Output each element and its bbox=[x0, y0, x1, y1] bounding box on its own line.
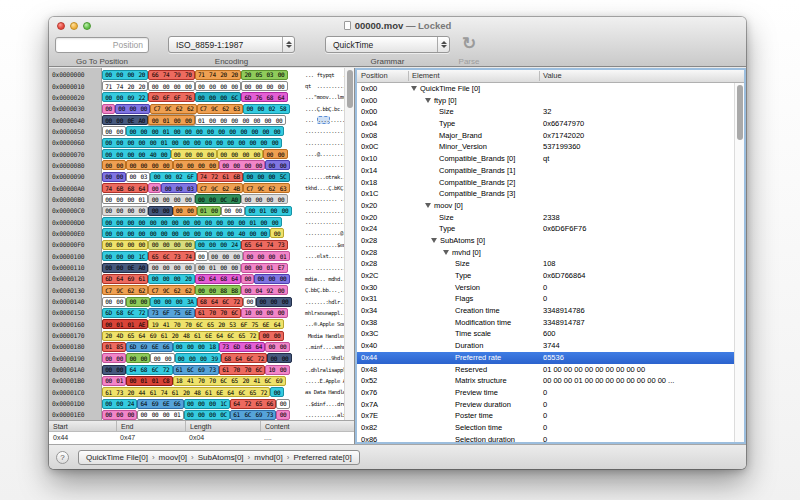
hex-byte[interactable]: 00 bbox=[242, 162, 253, 169]
hex-byte[interactable]: 72 bbox=[242, 400, 253, 407]
hex-byte[interactable]: 00 bbox=[103, 400, 114, 407]
hex-byte[interactable]: 00 bbox=[172, 117, 183, 124]
hex-byte[interactable]: 00 bbox=[242, 287, 253, 294]
hex-byte[interactable]: 72 bbox=[247, 332, 258, 339]
hex-byte[interactable]: 00 bbox=[114, 366, 125, 373]
hex-byte[interactable]: 75 bbox=[172, 309, 183, 316]
hex-byte[interactable]: 62 bbox=[183, 287, 194, 294]
hex-byte[interactable]: 62 bbox=[172, 287, 183, 294]
hex-byte[interactable]: 00 bbox=[266, 173, 277, 180]
hex-byte[interactable]: 61 bbox=[158, 332, 169, 339]
hex-byte[interactable]: 00 bbox=[253, 309, 264, 316]
hex-byte[interactable]: 00 bbox=[114, 71, 125, 78]
hex-byte-group[interactable]: 0000 bbox=[173, 206, 197, 216]
hex-byte[interactable]: 00 bbox=[207, 117, 218, 124]
hex-byte[interactable]: 00 bbox=[151, 298, 162, 305]
hex-byte[interactable]: 00 bbox=[242, 83, 253, 90]
hex-byte[interactable]: 62 bbox=[136, 287, 147, 294]
hex-byte-group[interactable]: 00000039 bbox=[175, 353, 221, 363]
hex-byte[interactable]: 00 bbox=[247, 230, 258, 237]
hex-byte[interactable]: 00 bbox=[251, 151, 262, 158]
hex-byte[interactable]: 00 bbox=[183, 117, 194, 124]
hex-byte[interactable]: 73 bbox=[149, 309, 160, 316]
hex-byte[interactable]: 00 bbox=[103, 71, 114, 78]
hex-byte[interactable]: 00 bbox=[240, 151, 251, 158]
hex-byte[interactable]: 00 bbox=[214, 219, 225, 226]
hex-byte[interactable]: 00 bbox=[255, 275, 266, 282]
breadcrumb-item[interactable]: SubAtoms[0] bbox=[198, 451, 244, 464]
hex-byte-group[interactable]: C79C624B bbox=[197, 183, 243, 193]
hex-byte[interactable]: 88 bbox=[218, 287, 229, 294]
hex-byte[interactable]: 00 bbox=[103, 196, 114, 203]
tree-row[interactable]: 0x00QuickTime File [0] bbox=[357, 83, 734, 95]
hex-byte[interactable]: 6E bbox=[183, 309, 194, 316]
hex-byte[interactable]: 6C bbox=[185, 366, 196, 373]
hex-byte[interactable]: 00 bbox=[114, 139, 125, 146]
hex-byte-group[interactable]: 000000000000000000000000400000 bbox=[102, 228, 270, 238]
hex-byte[interactable]: 00 bbox=[229, 151, 240, 158]
hex-byte-group[interactable]: 71742020 bbox=[195, 70, 241, 80]
hex-byte[interactable]: 00 bbox=[160, 83, 171, 90]
hex-byte[interactable]: 00 bbox=[220, 253, 231, 260]
tree-scrollbar[interactable] bbox=[734, 83, 744, 442]
hex-byte-group[interactable]: 0000001C bbox=[102, 251, 148, 261]
hex-byte[interactable]: 6B bbox=[114, 185, 125, 192]
hex-byte[interactable]: 20 bbox=[216, 321, 227, 328]
hex-byte[interactable]: 00 bbox=[229, 83, 240, 90]
hex-byte[interactable]: 00 bbox=[147, 219, 158, 226]
tree-row[interactable]: 0x34Creation time3348914786 bbox=[357, 305, 734, 317]
hex-byte[interactable]: 74 bbox=[264, 241, 275, 248]
hex-byte[interactable]: 68 bbox=[114, 309, 125, 316]
hex-byte[interactable]: 00 bbox=[275, 71, 286, 78]
hex-byte[interactable]: 76 bbox=[183, 94, 194, 101]
hex-byte[interactable]: 65 bbox=[236, 332, 247, 339]
hex-byte[interactable]: 6D bbox=[103, 309, 114, 316]
hex-byte[interactable]: 00 bbox=[222, 207, 233, 214]
hex-byte[interactable]: 00 bbox=[181, 219, 192, 226]
hex-byte-group[interactable]: 194170706C6520536F756E64 bbox=[148, 319, 283, 329]
hex-byte[interactable]: 00 bbox=[198, 355, 209, 362]
tree-row[interactable]: 0x1CCompatible_Brands [3] bbox=[357, 188, 734, 200]
hex-byte[interactable]: 00 bbox=[125, 411, 136, 418]
hex-byte[interactable]: 64 bbox=[229, 275, 240, 282]
hex-byte[interactable]: 00 bbox=[277, 411, 288, 418]
hex-byte-group[interactable]: 184170706C6520416C69 bbox=[173, 376, 286, 386]
hex-byte[interactable]: 00 bbox=[183, 151, 194, 158]
hex-byte[interactable]: 00 bbox=[225, 139, 236, 146]
hex-byte[interactable]: 9C bbox=[162, 105, 173, 112]
hex-byte[interactable]: 92 bbox=[264, 287, 275, 294]
hex-byte[interactable]: 00 bbox=[203, 230, 214, 237]
hex-byte-group[interactable]: 0000 bbox=[263, 149, 287, 159]
hex-byte[interactable]: 02 bbox=[266, 105, 277, 112]
hex-byte[interactable]: 03 bbox=[185, 185, 196, 192]
hex-byte[interactable]: 73 bbox=[172, 253, 183, 260]
hex-byte[interactable]: 00 bbox=[136, 230, 147, 237]
hex-byte[interactable]: 00 bbox=[246, 207, 257, 214]
hex-byte[interactable]: 00 bbox=[196, 400, 207, 407]
hex-byte[interactable]: 00 bbox=[160, 264, 171, 271]
hex-byte[interactable]: 00 bbox=[125, 207, 136, 214]
hex-byte[interactable]: 10 bbox=[266, 366, 277, 373]
hex-byte-group[interactable]: 656C7374 bbox=[148, 251, 194, 261]
scrollbar-thumb[interactable] bbox=[737, 85, 743, 140]
hex-byte[interactable]: 61 bbox=[220, 173, 231, 180]
hex-byte-group[interactable]: 68646C72 bbox=[197, 297, 243, 307]
hex-byte[interactable]: 72 bbox=[258, 389, 269, 396]
hex-byte-group[interactable]: 0000 bbox=[102, 160, 126, 170]
hex-byte[interactable]: 00 bbox=[277, 162, 288, 169]
ascii-selection-box[interactable]: .... bbox=[317, 116, 331, 124]
hex-byte[interactable]: 00 bbox=[136, 139, 147, 146]
hex-byte[interactable]: 00 bbox=[103, 241, 114, 248]
hex-byte[interactable]: 03 bbox=[264, 71, 275, 78]
hex-byte[interactable]: 70 bbox=[218, 309, 229, 316]
hex-byte[interactable]: 00 bbox=[244, 105, 255, 112]
hex-byte[interactable]: 00 bbox=[114, 162, 125, 169]
hex-byte[interactable]: 69 bbox=[147, 332, 158, 339]
hex-byte[interactable]: 00 bbox=[114, 400, 125, 407]
tree-row[interactable]: 0x3CTime scale600 bbox=[357, 328, 734, 340]
hex-byte[interactable]: 00 bbox=[253, 83, 264, 90]
hex-byte[interactable]: 24 bbox=[125, 400, 136, 407]
hex-byte[interactable]: 00 bbox=[242, 264, 253, 271]
hex-byte-group[interactable]: 00000000 bbox=[148, 81, 194, 91]
hex-byte-group[interactable]: 00 bbox=[270, 228, 283, 238]
